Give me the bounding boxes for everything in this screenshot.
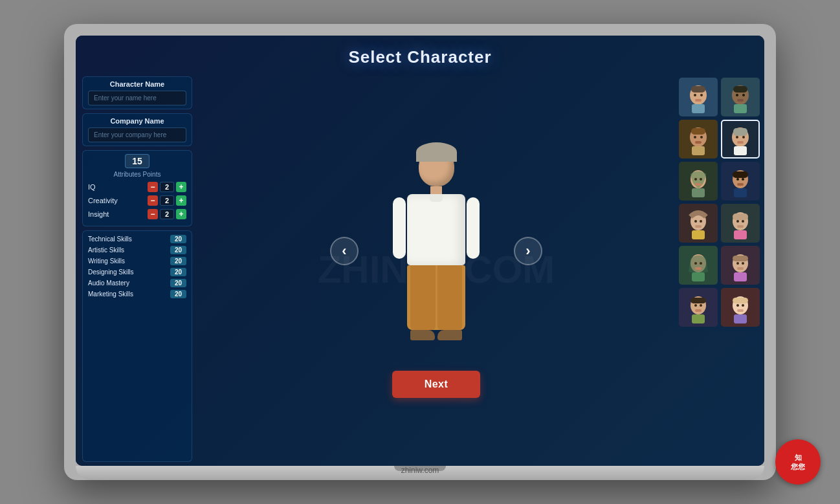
insight-minus-button[interactable]: − [148, 209, 158, 219]
char-feet [407, 330, 465, 343]
svg-point-8 [736, 94, 738, 96]
char-thumb-12[interactable] [721, 288, 760, 327]
svg-point-43 [742, 220, 744, 223]
svg-rect-58 [691, 298, 706, 303]
svg-rect-7 [733, 86, 747, 93]
char-thumb-2-inner [722, 79, 758, 115]
svg-rect-67 [737, 309, 744, 312]
svg-point-66 [742, 304, 744, 307]
svg-point-21 [742, 136, 745, 138]
technical-skills-value: 20 [170, 235, 186, 243]
char-thumb-12-inner [722, 289, 758, 325]
svg-point-42 [736, 220, 739, 223]
iq-label: IQ [88, 183, 127, 191]
svg-point-2 [694, 94, 696, 96]
writing-skills-value: 20 [170, 257, 186, 265]
char-thumb-4[interactable] [721, 120, 760, 159]
svg-rect-19 [733, 128, 747, 136]
audio-mastery-row: Audio Mastery 20 [88, 279, 186, 287]
svg-rect-16 [695, 141, 702, 144]
designing-skills-row: Designing Skills 20 [88, 268, 186, 276]
technical-skills-row: Technical Skills 20 [88, 235, 186, 243]
svg-point-31 [736, 178, 739, 181]
iq-plus-button[interactable]: + [176, 182, 186, 192]
svg-rect-61 [695, 309, 702, 312]
char-foot-left [410, 330, 435, 340]
audio-mastery-label: Audio Mastery [88, 279, 129, 287]
char-thumb-1[interactable] [679, 78, 718, 116]
svg-point-26 [700, 178, 702, 181]
svg-point-25 [694, 178, 697, 181]
svg-rect-33 [737, 183, 744, 186]
thumb-row-5 [679, 246, 759, 285]
char-leg-right [437, 265, 463, 330]
char-thumb-9-inner [680, 247, 716, 283]
iq-row: IQ − 2 + [88, 182, 186, 192]
svg-point-36 [694, 220, 697, 223]
iq-minus-button[interactable]: − [148, 182, 158, 192]
char-thumb-7-inner [680, 205, 716, 241]
left-arrow-icon: ‹ [342, 243, 346, 259]
laptop-base: zhiniw.com [76, 466, 764, 480]
center-area: ZHINIW.COM ‹ [199, 72, 674, 466]
iq-controls: − 2 + [148, 182, 186, 192]
writing-skills-row: Writing Skills 20 [88, 257, 186, 265]
char-thumb-6-inner [722, 163, 758, 199]
character-name-label: Character Name [88, 80, 186, 88]
header: Select Character [76, 36, 764, 72]
char-thumb-8[interactable] [721, 204, 760, 243]
svg-point-53 [736, 262, 739, 265]
svg-rect-39 [692, 230, 705, 239]
char-thumb-5-inner [680, 163, 716, 199]
creativity-plus-button[interactable]: + [176, 195, 186, 206]
company-name-input[interactable] [88, 127, 186, 142]
right-panel [674, 72, 764, 466]
next-button[interactable]: Next [392, 371, 481, 398]
char-thumb-3[interactable] [679, 120, 718, 159]
char-hair [416, 142, 457, 162]
char-torso [407, 194, 465, 265]
char-thumb-7[interactable] [679, 204, 718, 243]
svg-rect-27 [695, 183, 702, 186]
char-thumb-10[interactable] [721, 246, 760, 285]
character-name-input[interactable] [88, 91, 186, 105]
svg-rect-52 [733, 256, 748, 261]
char-neck [430, 186, 442, 194]
insight-value: 2 [160, 209, 174, 219]
char-thumb-9[interactable] [679, 246, 718, 285]
thumb-row-1 [679, 78, 759, 116]
creativity-minus-button[interactable]: − [148, 195, 158, 206]
creativity-row: Creativity − 2 + [88, 195, 186, 206]
char-thumb-3-inner [680, 121, 716, 157]
marketing-skills-row: Marketing Skills 20 [88, 290, 186, 298]
thumb-row-6 [679, 288, 759, 327]
char-thumb-11[interactable] [679, 288, 718, 327]
thumb-row-2 [679, 120, 759, 159]
next-character-button[interactable]: › [514, 237, 542, 265]
character-figure [378, 148, 494, 355]
svg-point-3 [700, 94, 703, 96]
char-head [419, 148, 454, 186]
char-thumb-5[interactable] [679, 162, 718, 201]
svg-point-14 [694, 136, 696, 138]
website-text: zhiniw.com [401, 466, 439, 475]
svg-point-54 [742, 262, 744, 265]
svg-rect-23 [734, 146, 747, 155]
thumb-row-4 [679, 204, 759, 243]
svg-rect-13 [691, 128, 705, 135]
artistic-skills-label: Artistic Skills [88, 247, 124, 254]
prev-character-button[interactable]: ‹ [330, 237, 359, 265]
char-thumb-11-inner [680, 289, 716, 325]
insight-plus-button[interactable]: + [176, 209, 186, 219]
svg-point-59 [694, 304, 697, 307]
char-pants [407, 265, 465, 330]
svg-rect-41 [733, 214, 748, 220]
svg-rect-34 [734, 188, 747, 197]
char-thumb-6[interactable] [721, 162, 760, 201]
char-arm-right [467, 197, 480, 259]
char-arm-left [393, 197, 406, 259]
svg-rect-44 [737, 225, 744, 228]
creativity-value: 2 [160, 195, 174, 206]
char-thumb-2[interactable] [721, 78, 760, 116]
svg-point-48 [700, 262, 702, 265]
